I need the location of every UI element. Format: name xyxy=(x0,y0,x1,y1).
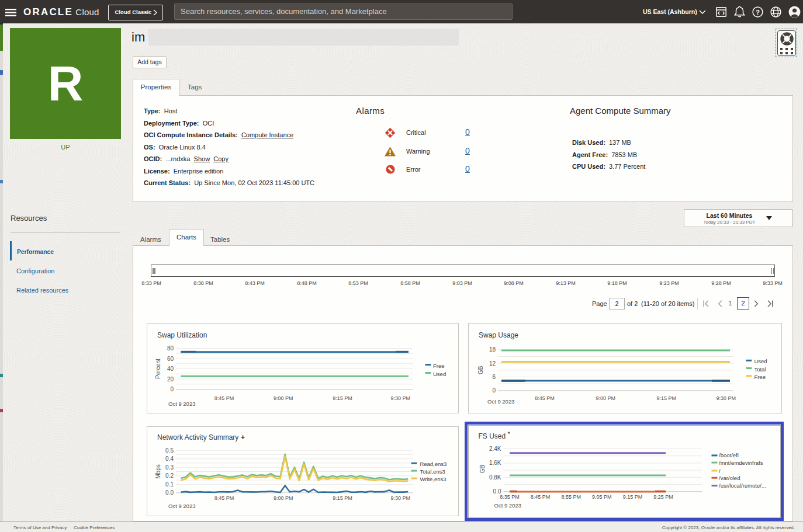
svg-text:Oct 9 2023: Oct 9 2023 xyxy=(168,503,195,509)
svg-text:0.0: 0.0 xyxy=(165,489,174,496)
svg-text:8:55 PM: 8:55 PM xyxy=(561,494,581,500)
svg-text:9:00 PM: 9:00 PM xyxy=(274,395,293,401)
svg-text:/: / xyxy=(719,467,721,474)
svg-text:40: 40 xyxy=(167,366,174,372)
svg-text:/mnt/emdevinfrafs: /mnt/emdevinfrafs xyxy=(719,459,763,465)
svg-text:9:15 PM: 9:15 PM xyxy=(333,395,352,401)
svg-text:9:30 PM: 9:30 PM xyxy=(391,395,411,401)
svg-text:8:45 PM: 8:45 PM xyxy=(214,495,234,501)
svg-text:GB: GB xyxy=(477,366,484,374)
svg-text:18: 18 xyxy=(489,346,496,353)
svg-text:20: 20 xyxy=(167,376,174,383)
svg-text:0.4: 0.4 xyxy=(165,455,174,462)
svg-text:8:45 PM: 8:45 PM xyxy=(530,494,550,500)
svg-text:Percent: Percent xyxy=(155,359,161,379)
svg-text:0: 0 xyxy=(492,387,496,394)
svg-text:GB: GB xyxy=(479,464,486,473)
svg-text:1.6K: 1.6K xyxy=(489,460,501,466)
svg-text:60: 60 xyxy=(167,356,174,362)
svg-text:Read,ens3: Read,ens3 xyxy=(420,461,447,467)
svg-text:0.8K: 0.8K xyxy=(489,474,501,480)
svg-text:Used: Used xyxy=(754,358,767,364)
svg-text:/boot/efi: /boot/efi xyxy=(719,452,739,458)
svg-text:80: 80 xyxy=(167,345,174,352)
svg-text:Total,ens3: Total,ens3 xyxy=(420,468,445,475)
svg-text:Write,ens3: Write,ens3 xyxy=(420,476,446,482)
svg-text:9:15 PM: 9:15 PM xyxy=(622,494,642,500)
svg-text:0.5: 0.5 xyxy=(165,447,174,453)
svg-text:/var/oled: /var/oled xyxy=(719,474,740,481)
svg-text:9:00 PM: 9:00 PM xyxy=(274,495,293,501)
svg-text:Used: Used xyxy=(433,371,446,377)
svg-text:Free: Free xyxy=(754,374,766,380)
svg-text:Total: Total xyxy=(754,366,766,373)
svg-text:9:05 PM: 9:05 PM xyxy=(592,494,612,500)
svg-text:9:00 PM: 9:00 PM xyxy=(596,395,615,401)
svg-text:8:45 PM: 8:45 PM xyxy=(535,395,555,401)
svg-text:0.1: 0.1 xyxy=(165,481,174,487)
svg-text:2.4K: 2.4K xyxy=(489,446,501,452)
svg-text:Oct 9 2023: Oct 9 2023 xyxy=(168,401,195,407)
svg-text:/usr/local/remote/...: /usr/local/remote/... xyxy=(719,482,766,489)
svg-text:8:45 PM: 8:45 PM xyxy=(214,395,234,401)
svg-text:9:15 PM: 9:15 PM xyxy=(333,495,352,501)
svg-text:Oct 9 2023: Oct 9 2023 xyxy=(494,502,521,508)
svg-text:9:25 PM: 9:25 PM xyxy=(653,494,673,500)
svg-text:Oct 9 2023: Oct 9 2023 xyxy=(487,398,514,405)
svg-text:9:30 PM: 9:30 PM xyxy=(391,495,411,501)
svg-text:0.3: 0.3 xyxy=(165,464,174,470)
svg-text:12: 12 xyxy=(489,360,496,367)
svg-text:9:30 PM: 9:30 PM xyxy=(717,395,736,401)
svg-text:0: 0 xyxy=(170,386,174,392)
svg-text:Mbps: Mbps xyxy=(155,464,161,478)
svg-text:6: 6 xyxy=(492,374,496,380)
svg-text:9:15 PM: 9:15 PM xyxy=(656,395,676,401)
svg-text:0.2: 0.2 xyxy=(165,472,174,479)
svg-text:Free: Free xyxy=(433,363,445,369)
svg-text:?: ? xyxy=(756,9,760,16)
svg-text:8:35 PM: 8:35 PM xyxy=(500,494,520,500)
